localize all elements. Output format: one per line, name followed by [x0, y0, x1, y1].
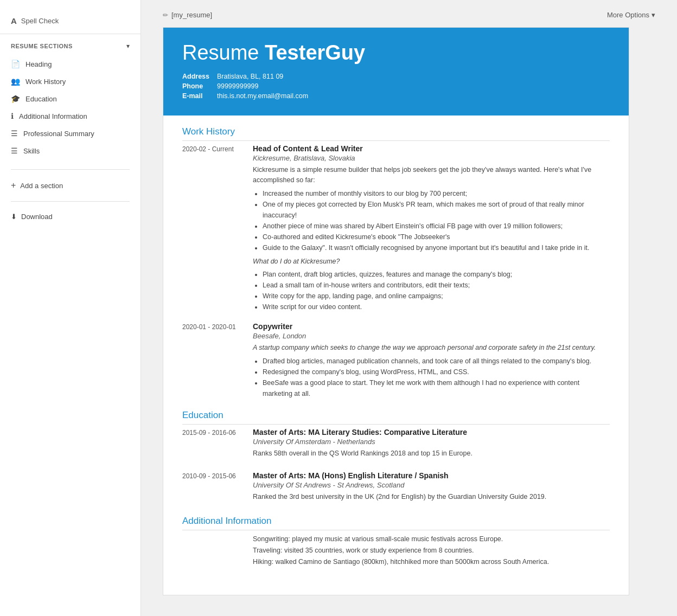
list-item: Drafted blog articles, managed publicati…: [263, 356, 610, 367]
address-row: Address Bratislava, BL, 811 09: [182, 73, 610, 80]
work-entry-1-description: Kickresume is a simple resume builder th…: [253, 165, 610, 185]
download-icon: ⬇: [11, 213, 17, 221]
education-entry-1-content: Master of Arts: MA Literary Studies: Com…: [253, 428, 610, 461]
sidebar-item-professional-summary[interactable]: ☰ Professional Summary: [0, 125, 140, 142]
education-entry-1-description: Ranks 58th overall in the QS World Ranki…: [253, 448, 610, 459]
more-options-chevron-icon: ▾: [652, 11, 655, 19]
list-item: Write copy for the app, landing page, an…: [263, 291, 610, 301]
list-item: Plan content, draft blog articles, quizz…: [263, 269, 610, 280]
divider-2: [11, 201, 130, 202]
file-name[interactable]: ✏ [my_resume]: [163, 11, 212, 19]
work-history-icon: 👥: [11, 77, 20, 86]
work-entry-1-title: Head of Content & Lead Writer: [253, 144, 610, 153]
education-title: Education: [182, 410, 610, 425]
resume-sections-header: RESUME SECTIONS ▾: [0, 34, 140, 55]
email-value: this.is.not.my.email@mail.com: [217, 92, 308, 100]
education-entry-2-date: 2010-09 - 2015-06: [182, 471, 253, 505]
pencil-icon: ✏: [163, 11, 168, 19]
phone-row: Phone 99999999999: [182, 82, 610, 90]
sidebar-item-work-history-label: Work History: [25, 78, 66, 86]
work-entry-2-bullets: Drafted blog articles, managed publicati…: [263, 356, 610, 399]
education-section: Education 2015-09 - 2016-06 Master of Ar…: [182, 410, 610, 505]
sidebar-item-heading-label: Heading: [25, 60, 52, 68]
work-history-section: Work History 2020-02 - Current Head of C…: [182, 126, 610, 399]
work-entry-2-title: Copywriter: [253, 322, 610, 331]
resume-header: Resume TesterGuy Address Bratislava, BL,…: [163, 28, 629, 116]
top-bar: ✏ [my_resume] More Options ▾: [163, 11, 655, 19]
resume-body: Work History 2020-02 - Current Head of C…: [163, 116, 629, 595]
additional-line-1: Songwriting: played my music at various …: [253, 534, 610, 545]
work-entry-1-date: 2020-02 - Current: [182, 144, 253, 312]
additional-info-content: Songwriting: played my music at various …: [182, 534, 610, 568]
sidebar-item-skills[interactable]: ☰ Skills: [0, 142, 140, 159]
add-icon: +: [11, 181, 16, 190]
skills-icon: ☰: [11, 146, 18, 155]
education-entry-2-title: Master of Arts: MA (Hons) English Litera…: [253, 471, 610, 480]
work-entry-1-extra-bullets: Plan content, draft blog articles, quizz…: [263, 269, 610, 312]
work-entry-2: 2020-01 - 2020-01 Copywriter Beesafe, Lo…: [182, 322, 610, 399]
sidebar-item-professional-summary-label: Professional Summary: [23, 130, 94, 138]
address-value: Bratislava, BL, 811 09: [217, 73, 283, 80]
additional-info-icon: ℹ: [11, 112, 14, 120]
sidebar-item-heading[interactable]: 📄 Heading: [0, 55, 140, 73]
work-entry-2-content: Copywriter Beesafe, London A startup com…: [253, 322, 610, 399]
spell-check-button[interactable]: A Spell Check: [0, 11, 140, 34]
list-item: BeeSafe was a good place to start. They …: [263, 377, 610, 399]
resume-name-bold: TesterGuy: [265, 41, 365, 64]
additional-line-2: Traveling: visited 35 countries, work or…: [253, 545, 610, 556]
education-entry-2-description: Ranked the 3rd best university in the UK…: [253, 492, 610, 502]
sidebar-item-work-history[interactable]: 👥 Work History: [0, 73, 140, 90]
education-icon: 🎓: [11, 94, 20, 103]
chevron-down-icon[interactable]: ▾: [126, 42, 130, 50]
work-entry-2-subtitle: Beesafe, London: [253, 332, 610, 340]
main-content: ✏ [my_resume] More Options ▾ Resume Test…: [141, 0, 677, 616]
sidebar-item-education-label: Education: [25, 95, 57, 103]
list-item: Lead a small tam of in-house writers and…: [263, 280, 610, 291]
add-section-label: Add a section: [20, 182, 63, 190]
email-label: E-mail: [182, 92, 215, 100]
download-button[interactable]: ⬇ Download: [0, 206, 140, 227]
additional-info-title: Additional Information: [182, 516, 610, 530]
list-item: Redesigned the company's blog, using Wor…: [263, 367, 610, 377]
sidebar: A Spell Check RESUME SECTIONS ▾ 📄 Headin…: [0, 0, 141, 616]
list-item: Increased the number of monthly visitors…: [263, 188, 610, 199]
sidebar-item-education[interactable]: 🎓 Education: [0, 90, 140, 107]
work-entry-1: 2020-02 - Current Head of Content & Lead…: [182, 144, 610, 312]
education-entry-1-title: Master of Arts: MA Literary Studies: Com…: [253, 428, 610, 437]
spell-check-label: Spell Check: [21, 17, 59, 25]
education-entry-1: 2015-09 - 2016-06 Master of Arts: MA Lit…: [182, 428, 610, 461]
education-entry-2-subtitle: University Of St Andrews - St Andrews, S…: [253, 481, 610, 489]
file-name-text: [my_resume]: [171, 11, 212, 19]
phone-value: 99999999999: [217, 82, 258, 90]
work-entry-1-subtitle: Kickresume, Bratislava, Slovakia: [253, 154, 610, 162]
list-item: Another piece of mine was shared by Albe…: [263, 221, 610, 232]
more-options-label: More Options: [607, 11, 649, 19]
sidebar-item-skills-label: Skills: [23, 147, 40, 155]
list-item: Co-authored and edited Kickresume's eboo…: [263, 232, 610, 242]
email-row: E-mail this.is.not.my.email@mail.com: [182, 92, 610, 100]
work-entry-2-description-italic: A startup company which seeks to change …: [253, 343, 610, 353]
list-item: Guide to the Galaxy". It wasn't official…: [263, 242, 610, 253]
divider: [11, 169, 130, 170]
heading-icon: 📄: [11, 60, 20, 68]
phone-label: Phone: [182, 82, 215, 90]
sidebar-item-additional-label: Additional Information: [19, 112, 87, 120]
education-entry-2: 2010-09 - 2015-06 Master of Arts: MA (Ho…: [182, 471, 610, 505]
education-entry-1-date: 2015-09 - 2016-06: [182, 428, 253, 461]
add-section-button[interactable]: + Add a section: [0, 174, 140, 197]
resume-name: Resume TesterGuy: [182, 41, 610, 65]
list-item: One of my pieces got corrected by Elon M…: [263, 199, 610, 221]
professional-summary-icon: ☰: [11, 129, 18, 138]
work-entry-1-extra-title: What do I do at Kickresume?: [253, 256, 610, 267]
work-entry-1-bullets: Increased the number of monthly visitors…: [263, 188, 610, 253]
sections-label: RESUME SECTIONS: [11, 43, 73, 49]
nav-items: 📄 Heading 👥 Work History 🎓 Education ℹ A…: [0, 55, 140, 165]
more-options-button[interactable]: More Options ▾: [607, 11, 655, 19]
additional-line-3: Hiking: walked Camino de Santiago (800km…: [253, 556, 610, 568]
resume-name-light: Resume: [182, 41, 265, 64]
sidebar-item-additional-info[interactable]: ℹ Additional Information: [0, 107, 140, 125]
work-entry-2-date: 2020-01 - 2020-01: [182, 322, 253, 399]
download-label: Download: [21, 213, 53, 221]
spell-check-icon: A: [11, 16, 17, 25]
work-entry-1-content: Head of Content & Lead Writer Kickresume…: [253, 144, 610, 312]
